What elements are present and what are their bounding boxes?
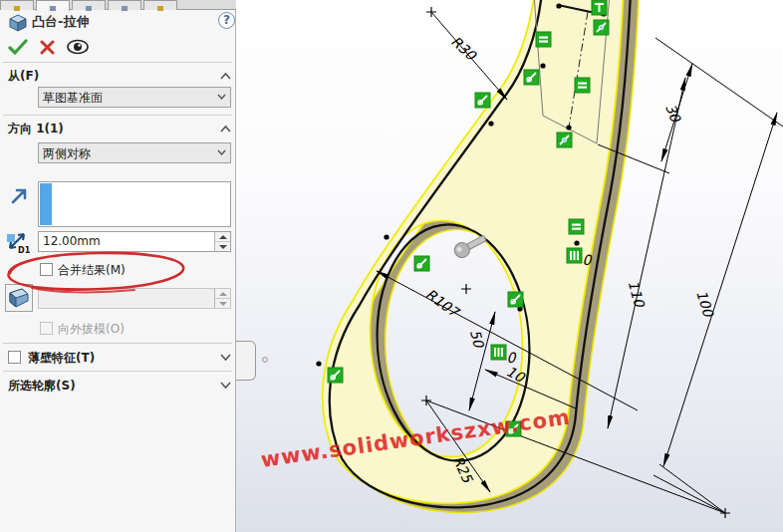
- solidworks-window: 凸台-拉伸 ? 从(F) 草图基准面 方向 1(1): [0, 0, 783, 532]
- from-plane-value: 草图基准面: [43, 91, 103, 105]
- end-condition-value: 两侧对称: [43, 146, 91, 160]
- spin-down-button: [215, 299, 230, 309]
- draft-outward-checkbox: [40, 322, 53, 335]
- mouse-cursor-bolt: [452, 231, 489, 260]
- from-plane-dropdown[interactable]: 草图基准面: [38, 87, 231, 108]
- propertymanager-icon: [50, 6, 56, 11]
- chevron-down-icon: [217, 149, 226, 155]
- ok-check-icon[interactable]: [8, 39, 28, 56]
- relation-coincident-icon[interactable]: [594, 20, 609, 35]
- relation-bars-icon[interactable]: [491, 345, 506, 360]
- chevron-down-icon[interactable]: [219, 381, 232, 390]
- spin-up-button: [215, 289, 230, 299]
- panel-title: 凸台-拉伸: [32, 13, 89, 31]
- cancel-x-icon[interactable]: [40, 40, 55, 55]
- spin-down-icon: [219, 245, 227, 249]
- dimension-label-0[interactable]: 0: [507, 350, 517, 366]
- thin-feature-checkbox[interactable]: [8, 351, 21, 364]
- end-condition-dropdown[interactable]: 两侧对称: [38, 142, 231, 163]
- draft-spin-buttons: [214, 289, 230, 308]
- dim-leader-wedge: [653, 464, 725, 513]
- dim-line-100[interactable]: [663, 113, 777, 466]
- dimension-label-110[interactable]: 110: [626, 279, 649, 310]
- tab-displaymanager[interactable]: [143, 0, 177, 10]
- dimension-label-50[interactable]: 50: [467, 328, 487, 350]
- dimension-label-100[interactable]: 100: [693, 288, 716, 319]
- section-from-label: 从(F): [8, 68, 39, 85]
- thin-feature-label: 薄壁特征(T): [28, 350, 95, 367]
- depth-d1-icon: D1: [5, 230, 33, 254]
- preview-eye-icon[interactable]: [66, 38, 90, 56]
- spin-up-button[interactable]: [215, 232, 230, 242]
- relation-tangent-icon[interactable]: [414, 256, 429, 271]
- boss-extrude-icon: [6, 13, 28, 33]
- relation-tangent-icon[interactable]: [508, 292, 523, 307]
- merge-result-checkbox[interactable]: [40, 263, 53, 276]
- relation-tangent-icon[interactable]: [328, 368, 343, 383]
- merge-result-label: 合并结果(M): [58, 262, 126, 279]
- relation-tangent-icon[interactable]: [475, 93, 490, 108]
- relation-tangent-icon[interactable]: [524, 70, 539, 85]
- property-manager-panel: 凸台-拉伸 ? 从(F) 草图基准面 方向 1(1): [0, 0, 236, 532]
- help-icon[interactable]: ?: [218, 12, 235, 29]
- draft-angle-spinner: [38, 288, 231, 309]
- chevron-up-icon[interactable]: [219, 125, 232, 133]
- spin-down-icon: [219, 302, 227, 306]
- chevron-up-icon[interactable]: [219, 72, 232, 81]
- draft-outward-label: 向外拔模(O): [58, 321, 125, 338]
- panel-splitter-handle[interactable]: [236, 341, 256, 381]
- relation-bars-icon[interactable]: [567, 248, 582, 263]
- relation-coincident-icon[interactable]: [557, 133, 572, 147]
- depth-spinner[interactable]: 12.00mm: [38, 231, 231, 252]
- tab-dimxpertmanager[interactable]: [108, 0, 141, 10]
- draft-icon: [6, 285, 32, 311]
- dimxpertmanager-icon: [122, 6, 128, 11]
- tab-configurationmanager[interactable]: [72, 0, 106, 10]
- dimension-label-r107[interactable]: R107: [422, 286, 463, 322]
- dim-line-50[interactable]: [469, 312, 495, 410]
- selected-contours-label: 所选轮廓(S): [8, 378, 76, 395]
- depth-value: 12.00mm: [43, 234, 101, 248]
- divider: [3, 371, 232, 372]
- direction-selection-box[interactable]: [38, 181, 231, 227]
- panel-splitter-dot[interactable]: [262, 357, 268, 363]
- chevron-down-icon[interactable]: [219, 353, 232, 362]
- spin-up-icon: [219, 235, 227, 239]
- draft-button[interactable]: [5, 284, 33, 312]
- relation-equal-icon[interactable]: [575, 78, 590, 93]
- divider: [3, 115, 232, 116]
- graphics-viewport[interactable]: R3030110100R1075010R2500 www.solidworksz…: [236, 0, 783, 532]
- relation-equal-icon[interactable]: [536, 32, 551, 47]
- dimension-label-0[interactable]: 0: [583, 252, 593, 268]
- spin-down-button[interactable]: [215, 242, 230, 252]
- tab-propertymanager[interactable]: [36, 0, 70, 11]
- divider: [3, 343, 232, 344]
- displaymanager-icon: [157, 6, 163, 11]
- svg-text:D1: D1: [18, 246, 31, 254]
- tab-featuremanager[interactable]: [0, 0, 34, 10]
- direction-arrow-icon[interactable]: [10, 185, 30, 205]
- dimension-label-30[interactable]: 30: [662, 102, 684, 126]
- direction-selection-highlight: [40, 183, 52, 225]
- spin-up-icon: [219, 292, 227, 296]
- divider: [3, 62, 232, 63]
- relation-equal-icon[interactable]: [569, 219, 584, 234]
- configurationmanager-icon: [86, 6, 92, 11]
- property-manager-tabbar: [0, 0, 236, 10]
- depth-spin-buttons[interactable]: [214, 232, 230, 251]
- relation-tee-icon[interactable]: [592, 0, 607, 15]
- featuremanager-icon: [14, 6, 20, 11]
- section-direction1-label: 方向 1(1): [8, 121, 64, 137]
- dimension-label-r30[interactable]: R30: [448, 33, 480, 64]
- chevron-down-icon: [217, 94, 226, 100]
